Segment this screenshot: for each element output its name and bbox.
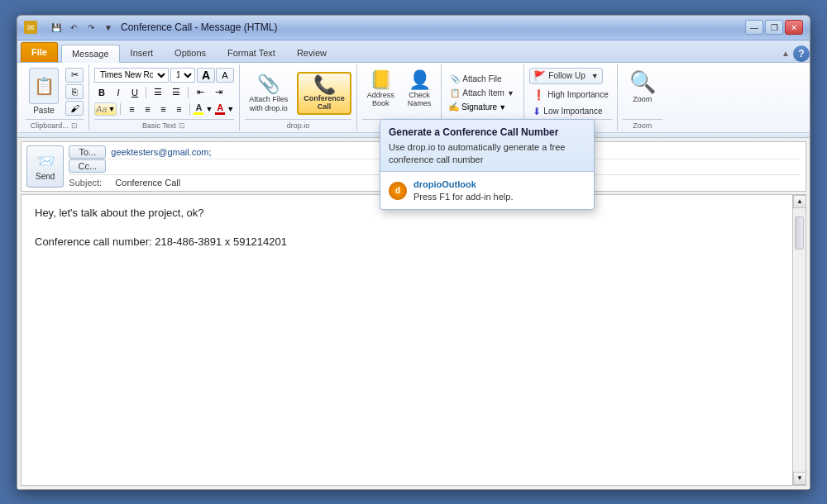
paste-icon: 📋 <box>29 68 59 104</box>
zoom-icon: 🔍 <box>629 69 656 95</box>
cut-button[interactable]: ✂ <box>65 68 84 83</box>
align-center-button[interactable]: ≡ <box>140 102 155 116</box>
font-color-dropdown-arrow[interactable]: ▼ <box>227 105 234 113</box>
follow-up-button[interactable]: 🚩 Follow Up ▼ <box>529 68 602 84</box>
window-title: Conference Call - Message (HTML) <box>121 21 277 33</box>
align-justify-button[interactable]: ≡ <box>171 102 186 116</box>
tab-format-text[interactable]: Format Text <box>217 44 286 62</box>
dropio-group: 📎 Attach Fileswith drop.io 📞 ConferenceC… <box>240 64 357 131</box>
scroll-up-button[interactable]: ▲ <box>793 195 806 208</box>
bold-button[interactable]: B <box>94 85 109 100</box>
font-color-button[interactable]: A <box>215 102 225 115</box>
high-importance-button[interactable]: ❗ High Importance <box>529 88 611 102</box>
underline-button[interactable]: U <box>127 85 142 100</box>
attach-item-button[interactable]: 📋 Attach Item ▼ <box>447 87 518 99</box>
send-icon: 📨 <box>36 152 55 170</box>
redo-quick-btn[interactable]: ↷ <box>84 21 98 34</box>
phone-icon: 📞 <box>313 76 336 94</box>
minimize-button[interactable]: — <box>745 20 763 35</box>
tab-options[interactable]: Options <box>164 44 217 62</box>
paperclip-include-icon: 📎 <box>450 74 460 83</box>
clipboard-expand-icon[interactable]: ⊡ <box>70 121 79 130</box>
align-right-button[interactable]: ≡ <box>155 102 170 116</box>
flag-icon: 🚩 <box>533 70 546 82</box>
ribbon-collapse-icon[interactable]: ▲ <box>782 49 790 58</box>
indent-increase-button[interactable]: ⇥ <box>210 85 227 100</box>
tooltip-footer: d dropioOutlook Press F1 for add-in help… <box>380 172 594 209</box>
basic-text-expand-icon[interactable]: ⊡ <box>178 121 186 130</box>
address-book-button[interactable]: 📒 AddressBook <box>362 68 399 109</box>
conference-call-button[interactable]: 📞 ConferenceCall <box>297 72 351 115</box>
basic-text-content: Times New Roman 12 A A B I U <box>94 66 234 119</box>
low-importance-button[interactable]: ⬇ Low Importance <box>529 104 611 119</box>
conference-call-tooltip: Generate a Conference Call Number Use dr… <box>380 119 595 210</box>
italic-button[interactable]: I <box>111 85 126 100</box>
tab-file[interactable]: File <box>21 42 58 62</box>
scroll-down-button[interactable]: ▼ <box>793 472 806 485</box>
zoom-group: 🔍 Zoom Zoom <box>618 64 667 131</box>
clipboard-sub-buttons: ✂ ⎘ 🖌 <box>65 68 84 116</box>
font-size-buttons: A A <box>197 68 234 83</box>
tab-message[interactable]: Message <box>61 45 120 63</box>
send-button[interactable]: 📨 Send <box>26 145 64 188</box>
subject-label: Subject: <box>69 178 110 188</box>
number-list-button[interactable]: ☰ <box>168 85 184 100</box>
tab-insert[interactable]: Insert <box>120 44 165 62</box>
signature-button[interactable]: ✍ Signature ▼ <box>447 101 508 113</box>
font-row: Times New Roman 12 A A <box>94 68 234 83</box>
qa-dropdown-btn[interactable]: ▼ <box>101 21 116 34</box>
tooltip-title: Generate a Conference Call Number <box>389 126 586 138</box>
address-book-label: AddressBook <box>367 91 394 107</box>
scrollbar-thumb[interactable] <box>795 216 804 250</box>
basic-text-label: Basic Text ⊡ <box>94 119 234 131</box>
tab-review[interactable]: Review <box>286 44 337 62</box>
save-quick-btn[interactable]: 💾 <box>49 21 64 34</box>
dropio-group-content: 📎 Attach Fileswith drop.io 📞 ConferenceC… <box>245 66 351 119</box>
zoom-group-label: Zoom <box>623 119 662 131</box>
undo-quick-btn[interactable]: ↶ <box>66 21 81 34</box>
style-dropdown-arrow[interactable]: ▼ <box>108 105 115 113</box>
check-names-label: CheckNames <box>408 91 432 107</box>
body-line-2: Conference call number: 218-486-3891 x 5… <box>35 234 792 250</box>
format-painter-button[interactable]: 🖌 <box>65 101 84 116</box>
paste-button[interactable]: 📋 Paste <box>26 68 62 115</box>
title-bar-left: ✉ 💾 ↶ ↷ ▼ Conference Call - Message (HTM… <box>24 21 277 34</box>
attach-files-dropio-button[interactable]: 📎 Attach Fileswith drop.io <box>245 71 292 116</box>
attach-file-button[interactable]: 📎 Attach File <box>447 73 518 85</box>
exclamation-icon: ❗ <box>533 89 545 101</box>
names-group-content: 📒 AddressBook 👤 CheckNames <box>362 66 437 119</box>
address-book-icon: 📒 <box>370 69 392 91</box>
highlight-dropdown-arrow[interactable]: ▼ <box>205 105 213 113</box>
close-button[interactable]: ✕ <box>785 20 803 35</box>
followup-dropdown[interactable]: ▼ <box>591 72 599 80</box>
tooltip-addin-name: dropioOutlook <box>414 178 513 190</box>
align-left-button[interactable]: ≡ <box>124 102 139 116</box>
app-icon: ✉ <box>24 21 37 34</box>
low-arrow-icon: ⬇ <box>533 106 541 117</box>
copy-button[interactable]: ⎘ <box>65 84 84 99</box>
tooltip-header: Generate a Conference Call Number Use dr… <box>380 120 594 173</box>
check-names-button[interactable]: 👤 CheckNames <box>403 68 437 109</box>
indent-decrease-button[interactable]: ⇤ <box>192 85 208 100</box>
ribbon-right-controls: ▲ ? <box>782 45 810 62</box>
zoom-button[interactable]: 🔍 Zoom <box>623 68 662 105</box>
scrollbar[interactable]: ▲ ▼ <box>792 195 805 485</box>
window-controls: — ❐ ✕ <box>745 20 803 35</box>
cc-button[interactable]: Cc... <box>69 159 106 173</box>
font-family-select[interactable]: Times New Roman <box>94 68 169 83</box>
style-dropdown-text: Aa <box>96 104 107 114</box>
font-size-select[interactable]: 12 <box>170 68 195 83</box>
bullet-list-button[interactable]: ☰ <box>150 85 166 100</box>
dropio-label: drop.io <box>245 119 351 131</box>
dropio-logo: d <box>389 182 407 200</box>
shrink-font-button[interactable]: A <box>216 68 234 83</box>
attach-item-dropdown[interactable]: ▼ <box>507 89 514 97</box>
format-row-1: B I U ☰ ☰ ⇤ ⇥ <box>94 85 227 100</box>
body-area[interactable]: Hey, let's talk about the project, ok? C… <box>21 194 806 486</box>
help-button[interactable]: ? <box>793 45 810 62</box>
restore-button[interactable]: ❐ <box>765 20 783 35</box>
grow-font-button[interactable]: A <box>197 68 215 83</box>
to-button[interactable]: To... <box>69 145 106 159</box>
highlight-color-button[interactable]: A <box>194 102 203 115</box>
signature-dropdown[interactable]: ▼ <box>499 103 506 112</box>
